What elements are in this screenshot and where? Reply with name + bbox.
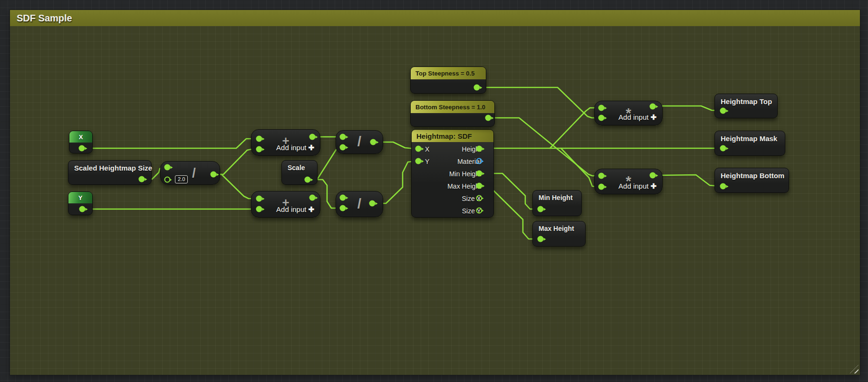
wire-multiply-to-heightmap-bottom[interactable] [656, 175, 720, 186]
pin-x-output[interactable] [79, 145, 85, 152]
add-input-label: Add input [618, 182, 648, 190]
pin-dividey-output[interactable] [369, 201, 376, 207]
pin-min-height-input[interactable] [538, 206, 544, 212]
node-scale[interactable]: Scale [281, 160, 318, 185]
pin-divide2-output[interactable] [211, 172, 217, 178]
pin-heightmap-top-input[interactable] [720, 108, 726, 114]
pin-label-x: X [425, 145, 429, 153]
pin-max-height-input[interactable] [538, 236, 544, 242]
pin-multiply-top-output[interactable] [650, 104, 656, 110]
plus-small-icon: ✚ [650, 182, 656, 190]
pin-addy-input-b[interactable] [256, 206, 262, 212]
add-input-label: Add input [618, 113, 648, 121]
pin-dividex-output[interactable] [370, 139, 376, 145]
pin-sdf-x-input[interactable] [415, 146, 422, 152]
pin-addx-output[interactable] [309, 134, 316, 140]
pin-dividey-input-b[interactable] [340, 205, 346, 211]
pin-multiply-top-input-a[interactable] [598, 105, 605, 111]
wire-bottomsteepness-to-multiply[interactable] [492, 118, 598, 176]
node-heightmap-mask[interactable]: Heightmap Mask [714, 131, 785, 156]
pin-sdf-min-height-output[interactable] [476, 171, 482, 177]
node-header: Top Steepness = 0.5 [411, 67, 486, 79]
pin-dividex-input-b[interactable] [340, 144, 346, 151]
add-input-button[interactable]: Add input✚ [618, 182, 656, 191]
pin-divide2-input-a[interactable] [164, 164, 171, 171]
pin-multiply-bottom-output[interactable] [650, 172, 656, 179]
pin-sdf-material-output[interactable] [476, 158, 482, 164]
add-input-button[interactable]: Add input✚ [276, 205, 314, 214]
node-heightmap-bottom[interactable]: Heightmap Bottom [714, 168, 789, 193]
add-input-label: Add input [276, 143, 306, 152]
plus-small-icon: ✚ [308, 143, 314, 152]
node-title: Scale [282, 161, 317, 172]
node-title: Heightmap Top [715, 94, 777, 105]
node-title: Heightmap Bottom [715, 168, 789, 180]
pin-multiply-bottom-input-a[interactable] [598, 173, 605, 179]
node-min-height[interactable]: Min Height [532, 190, 582, 216]
add-input-button[interactable]: Add input✚ [618, 113, 656, 122]
divide-icon: / [192, 165, 196, 181]
pin-dividex-input-a[interactable] [340, 134, 346, 140]
pin-addx-input-a[interactable] [256, 136, 262, 142]
pin-multiply-top-input-b[interactable] [598, 115, 605, 121]
wire-multiply-to-heightmap-top[interactable] [656, 106, 720, 111]
wire-divide2-to-addy[interactable] [217, 174, 257, 199]
pin-addx-input-b[interactable] [256, 146, 262, 153]
node-x-header: X [69, 131, 92, 143]
wire-topsteepness-to-multiply[interactable] [481, 87, 598, 118]
node-add-x[interactable]: + Add input✚ [251, 129, 320, 156]
wire-divide2-to-addx[interactable] [217, 149, 257, 174]
wire-height-to-multiply-top[interactable] [550, 108, 598, 148]
graph-canvas[interactable]: SDF Sample X Scaled Heightmap Size Y [0, 0, 868, 382]
node-title: Max Height [533, 221, 585, 232]
pin-multiply-bottom-input-b[interactable] [598, 184, 605, 190]
pin-heightmap-bottom-input[interactable] [720, 183, 726, 190]
pin-sdf-y-input[interactable] [415, 158, 422, 164]
node-title: Min Height [533, 191, 581, 201]
pin-divide2-input-b[interactable] [164, 177, 171, 183]
node-header: Heightmap: SDF [412, 130, 493, 142]
pin-addy-output[interactable] [309, 195, 316, 201]
divide-default-value[interactable]: 2.0 [175, 175, 188, 183]
pin-bottom-steepness-output[interactable] [485, 115, 492, 121]
pin-scale-output[interactable] [305, 177, 311, 183]
node-header: Bottom Steepness = 1.0 [411, 101, 494, 113]
node-max-height[interactable]: Max Height [532, 221, 586, 247]
pin-addy-input-a[interactable] [256, 196, 262, 202]
add-input-button[interactable]: Add input✚ [276, 143, 314, 152]
wire-x-to-add[interactable] [86, 139, 259, 148]
pin-y-output[interactable] [79, 206, 86, 212]
pin-sdf-size-y-output[interactable] [476, 208, 482, 214]
add-input-label: Add input [276, 205, 306, 213]
pin-sdf-max-height-output[interactable] [476, 183, 482, 189]
plus-small-icon: ✚ [308, 205, 314, 213]
pin-scaled-heightmap-size-output[interactable] [139, 176, 145, 182]
pin-sdf-height-output[interactable] [476, 146, 482, 152]
node-bottom-steepness[interactable]: Bottom Steepness = 1.0 [410, 100, 495, 127]
plus-small-icon: ✚ [650, 113, 656, 121]
pin-sdf-size-x-output[interactable] [476, 195, 482, 201]
pin-heightmap-mask-input[interactable] [720, 145, 726, 152]
pin-top-steepness-output[interactable] [474, 85, 480, 91]
pin-label-y: Y [425, 158, 429, 165]
node-y-header: Y [68, 192, 92, 203]
node-title: Scaled Heightmap Size [68, 161, 151, 172]
node-title: Heightmap Mask [715, 131, 785, 143]
pin-dividey-input-a[interactable] [340, 195, 346, 201]
node-heightmap-top[interactable]: Heightmap Top [714, 94, 778, 118]
